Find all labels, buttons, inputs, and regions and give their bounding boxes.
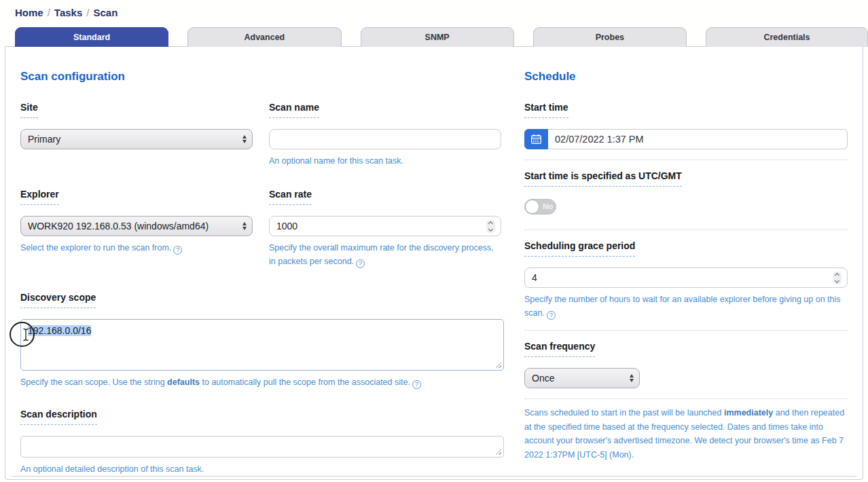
schedule-heading: Schedule [524,70,848,84]
breadcrumb-separator: / [82,7,93,18]
textarea-resize-handle[interactable] [495,362,501,368]
scan-description-textarea[interactable] [20,436,504,458]
site-label: Site [20,102,38,118]
tab-credentials[interactable]: Credentials [706,27,868,47]
scan-description-help: An optional detailed description of this… [20,462,504,476]
discovery-scope-textarea[interactable]: 192.168.0.0/16 [20,319,504,371]
scan-description-label: Scan description [20,409,97,425]
help-icon[interactable]: ? [412,380,421,389]
number-spinner[interactable] [833,272,842,284]
scan-configuration-heading: Scan configuration [20,70,504,84]
breadcrumb-home-link[interactable]: Home [15,7,43,18]
toggle-state-label: No [543,202,553,210]
start-time-label: Start time [524,102,568,118]
explorer-label: Explorer [20,189,59,205]
scan-rate-input[interactable]: 1000 [269,216,501,236]
discovery-scope-label: Discovery scope [20,292,96,308]
start-time-input[interactable]: 02/07/2022 1:37 PM [548,129,848,149]
start-time-value: 02/07/2022 1:37 PM [555,134,644,145]
divider [524,398,848,399]
breadcrumb: Home/Tasks/Scan [0,0,868,18]
discovery-scope-value: 192.168.0.0/16 [28,325,91,336]
help-icon[interactable]: ? [547,311,556,320]
discovery-scope-help: Specify the scan scope. Use the string d… [20,375,504,389]
scan-rate-value: 1000 [276,221,486,231]
help-icon[interactable]: ? [356,259,365,268]
scan-name-label: Scan name [269,102,319,118]
utc-toggle-label: Start time is specified as UTC/GMT [524,170,682,187]
divider [524,330,848,331]
schedule-note: Scans scheduled to start in the past wil… [524,406,848,462]
scan-frequency-select[interactable]: Once [524,368,640,388]
divider [524,229,848,230]
select-arrows-icon [242,222,247,230]
tab-advanced[interactable]: Advanced [187,27,341,47]
toggle-knob [525,200,539,214]
grace-period-help: Specify the number of hours to wait for … [524,293,848,320]
explorer-select-value: WORK920 192.168.0.53 (windows/amd64) [28,221,242,231]
explorer-select[interactable]: WORK920 192.168.0.53 (windows/amd64) [20,216,253,236]
breadcrumb-tasks-link[interactable]: Tasks [54,7,82,18]
site-select-value: Primary [28,134,242,145]
textarea-resize-handle[interactable] [495,449,501,455]
select-arrows-icon [242,135,247,143]
tab-bar: Standard Advanced SNMP Probes Credential… [0,27,868,47]
scan-rate-help: Specify the overall maximum rate for the… [269,241,501,268]
scan-rate-label: Scan rate [269,189,312,205]
tab-standard[interactable]: Standard [15,27,168,47]
scan-name-help: An optional name for this scan task. [269,154,501,168]
form-footer: Initialize Scan Back [12,476,856,482]
breadcrumb-separator: / [43,7,54,18]
breadcrumb-scan-link[interactable]: Scan [93,7,117,18]
scan-frequency-label: Scan frequency [524,341,595,357]
select-arrows-icon [630,374,634,382]
grace-period-input[interactable]: 4 [524,267,848,288]
click-indicator [10,322,35,347]
site-select[interactable]: Primary [20,129,253,149]
text-cursor-icon [22,328,29,341]
scan-frequency-value: Once [532,373,630,384]
divider [524,160,848,160]
help-icon[interactable]: ? [173,246,182,255]
scan-name-input[interactable] [269,129,501,149]
number-spinner[interactable] [486,220,495,233]
utc-toggle-switch[interactable]: No [524,199,556,215]
calendar-picker-button[interactable] [524,129,548,149]
explorer-help: Select the explorer to run the scan from… [20,241,253,255]
tab-snmp[interactable]: SNMP [361,27,514,47]
scan-form-panel: Scan configuration Site Primary Scan nam… [5,46,863,480]
calendar-icon [530,134,542,145]
tab-probes[interactable]: Probes [533,27,687,47]
grace-period-value: 4 [532,272,833,283]
grace-period-label: Scheduling grace period [524,240,635,257]
